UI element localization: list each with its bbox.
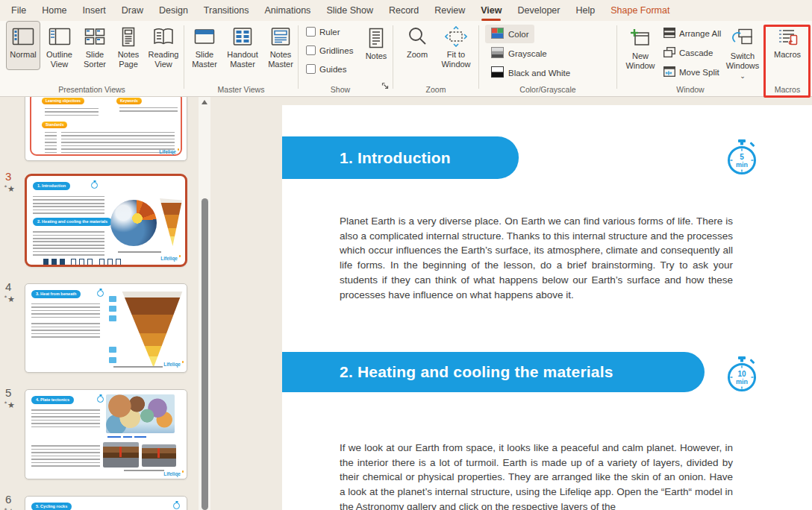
slide2-text-block bbox=[45, 132, 57, 153]
section1-body-text[interactable]: Planet Earth is a very diverse place. On… bbox=[340, 214, 733, 302]
tab-developer[interactable]: Developer bbox=[517, 0, 560, 21]
group-color-grayscale: Color Grayscale Black and White Color/Gr… bbox=[479, 21, 616, 96]
slide5-heading-pill: 4. Plate tectonics bbox=[31, 396, 74, 404]
slide3-heading1-pill: 1. Introduction bbox=[33, 182, 70, 190]
handout-master-button[interactable]: Handout Master bbox=[223, 21, 262, 70]
outline-view-label: Outline View bbox=[43, 50, 76, 69]
group-label-color-grayscale: Color/Grayscale bbox=[479, 85, 616, 94]
gridlines-checkbox[interactable] bbox=[306, 45, 316, 55]
new-window-button[interactable]: New Window bbox=[620, 22, 660, 72]
section1-timer-value: 5 bbox=[740, 153, 744, 161]
slide3-heading2-pill: 2. Heating and cooling the materials bbox=[33, 218, 112, 226]
label-callout bbox=[109, 357, 116, 363]
switch-windows-button[interactable]: Switch Windows ⌄ bbox=[722, 22, 763, 82]
notes-label: Notes bbox=[366, 51, 387, 61]
ruler-checkbox[interactable] bbox=[306, 27, 316, 37]
tab-transitions[interactable]: Transitions bbox=[204, 0, 249, 21]
label-callout bbox=[109, 306, 116, 312]
slide-master-icon bbox=[193, 25, 216, 48]
section1-timer-unit: min bbox=[736, 161, 748, 169]
slide2-pill-learning-objectives: Learning objectives bbox=[42, 98, 84, 104]
arrange-all-button[interactable]: Arrange All bbox=[663, 28, 721, 40]
switch-windows-icon bbox=[732, 27, 753, 49]
menu-bar: File Home Insert Draw Design Transitions… bbox=[0, 0, 812, 21]
grayscale-button[interactable]: Grayscale bbox=[485, 44, 553, 63]
tab-review[interactable]: Review bbox=[434, 0, 465, 21]
macros-button[interactable]: Macros bbox=[767, 21, 808, 60]
section1-timer-icon[interactable]: 5 min bbox=[725, 139, 758, 176]
lifeliqe-logo: Lifeliqe bbox=[163, 471, 181, 476]
animation-star-icon bbox=[4, 294, 15, 304]
color-swatch-icon bbox=[491, 28, 504, 40]
outline-view-button[interactable]: Outline View bbox=[42, 21, 77, 70]
gridlines-label: Gridlines bbox=[319, 46, 353, 55]
slide-thumbnail-4[interactable]: 3. Heat from beneath Lifeliqe bbox=[25, 283, 187, 373]
move-split-button[interactable]: Move Split bbox=[663, 66, 719, 78]
stopwatch-icon bbox=[173, 503, 180, 509]
group-presentation-views: Normal Outline View Slide Sor bbox=[0, 21, 184, 96]
fit-to-window-button[interactable]: Fit to Window bbox=[437, 21, 475, 70]
black-and-white-button[interactable]: Black and White bbox=[485, 63, 576, 82]
section1-heading-banner[interactable]: 1. Introduction bbox=[282, 136, 519, 179]
slide-thumbnail-3[interactable]: 1. Introduction 2. Heating and cooling t… bbox=[25, 174, 187, 267]
reading-view-button[interactable]: Reading View bbox=[146, 21, 181, 70]
section2-body-text[interactable]: If we look at our Earth from space, it l… bbox=[340, 441, 733, 510]
tab-slide-show[interactable]: Slide Show bbox=[326, 0, 373, 21]
tab-home[interactable]: Home bbox=[42, 0, 66, 21]
thumbnails-scrollbar[interactable] bbox=[199, 97, 210, 510]
slide-thumbnail-2[interactable]: Learning objectives Keywords Standards L… bbox=[25, 97, 187, 161]
notes-page-button[interactable]: Notes Page bbox=[113, 21, 144, 70]
slide-sorter-icon bbox=[84, 25, 105, 48]
notes-button[interactable]: Notes bbox=[361, 22, 391, 62]
black-and-white-swatch-icon bbox=[491, 66, 504, 79]
slide4-heading-pill: 3. Heat from beneath bbox=[31, 290, 81, 298]
ruler-checkbox-row[interactable]: Ruler bbox=[306, 27, 340, 37]
section2-heading-banner[interactable]: 2. Heating and cooling the materials bbox=[282, 352, 705, 392]
stopwatch-icon bbox=[91, 182, 98, 189]
group-master-views: Slide Master Handout Master bbox=[184, 21, 298, 96]
cascade-button[interactable]: Cascade bbox=[663, 47, 713, 59]
cascade-label: Cascade bbox=[679, 48, 713, 57]
zoom-button[interactable]: Zoom bbox=[401, 21, 434, 70]
tab-shape-format[interactable]: Shape Format bbox=[610, 0, 669, 21]
tab-design[interactable]: Design bbox=[159, 0, 188, 21]
normal-view-button[interactable]: Normal bbox=[6, 21, 40, 70]
slide4-text-block bbox=[31, 303, 100, 318]
tab-record[interactable]: Record bbox=[389, 0, 419, 21]
notes-master-button[interactable]: Notes Master bbox=[263, 21, 298, 70]
tab-insert[interactable]: Insert bbox=[83, 0, 106, 21]
notes-page-label: Notes Page bbox=[113, 50, 143, 69]
gridlines-checkbox-row[interactable]: Gridlines bbox=[306, 45, 353, 55]
slide-thumbnail-5[interactable]: 4. Plate tectonics Lifeliqe bbox=[25, 389, 187, 479]
slide-thumbnail-6[interactable]: 5. Cycling rocks bbox=[25, 496, 187, 510]
tab-animations[interactable]: Animations bbox=[265, 0, 311, 21]
tab-file[interactable]: File bbox=[11, 0, 26, 21]
guides-checkbox-row[interactable]: Guides bbox=[306, 64, 346, 74]
section2-timer-unit: min bbox=[736, 378, 748, 385]
color-button[interactable]: Color bbox=[485, 25, 534, 43]
scroll-up-arrow-icon[interactable] bbox=[202, 100, 207, 104]
macros-icon bbox=[776, 25, 799, 48]
guides-checkbox[interactable] bbox=[306, 64, 316, 74]
scrollbar-thumb[interactable] bbox=[202, 198, 208, 510]
notes-icon bbox=[367, 27, 385, 49]
section2-timer-icon[interactable]: 10 min bbox=[725, 356, 758, 393]
normal-view-icon bbox=[12, 25, 34, 48]
hyperlink-line bbox=[107, 436, 121, 438]
tab-help[interactable]: Help bbox=[575, 0, 595, 21]
section2-timer-value: 10 bbox=[737, 370, 746, 378]
fit-to-window-label: Fit to Window bbox=[437, 50, 475, 69]
slide-sorter-button[interactable]: Slide Sorter bbox=[78, 21, 111, 70]
tab-view[interactable]: View bbox=[481, 0, 502, 21]
slide2-text-block bbox=[119, 107, 178, 113]
slide-sorter-label: Slide Sorter bbox=[79, 50, 110, 69]
animation-star-icon bbox=[4, 183, 15, 194]
hyperlink-line bbox=[123, 436, 132, 438]
tab-draw[interactable]: Draw bbox=[122, 0, 143, 21]
stopwatch-icon bbox=[97, 290, 104, 297]
image-caption bbox=[118, 251, 161, 253]
grayscale-label: Grayscale bbox=[508, 49, 547, 58]
slide-editing-area[interactable]: 1. Introduction 5 min Planet Earth is a … bbox=[282, 105, 812, 510]
plate-boundary-image bbox=[142, 444, 176, 467]
slide-master-button[interactable]: Slide Master bbox=[187, 21, 222, 70]
